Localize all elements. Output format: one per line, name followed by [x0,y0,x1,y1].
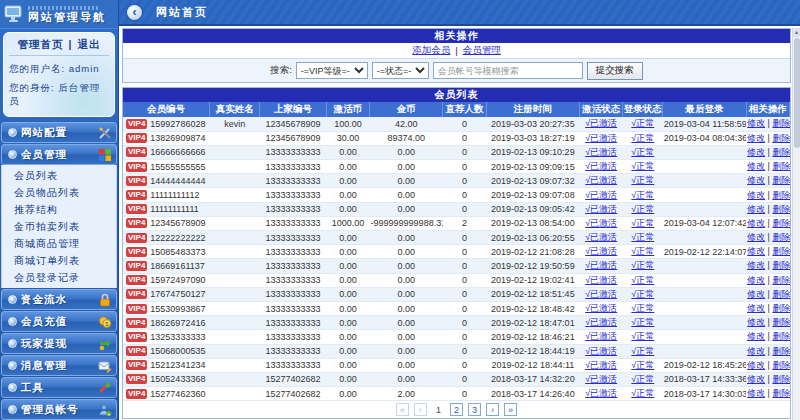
submit-search-button[interactable]: 提交搜索 [587,62,643,80]
edit-link[interactable]: 修改 [747,246,765,256]
delete-link[interactable]: 删除 [772,317,789,327]
activation-status-link[interactable]: √已激活 [585,133,617,143]
login-status-link[interactable]: √正常 [631,388,654,398]
edit-link[interactable]: 修改 [747,161,765,171]
edit-link[interactable]: 修改 [747,275,765,285]
delete-link[interactable]: 删除 [772,260,789,270]
page-button-1[interactable]: 1 [432,403,445,416]
login-status-link[interactable]: √正常 [631,275,654,285]
login-status-link[interactable]: √正常 [631,133,654,143]
edit-link[interactable]: 修改 [747,232,765,242]
delete-link[interactable]: 删除 [772,246,789,256]
submenu-item[interactable]: 会员登录记录 [2,269,116,286]
edit-link[interactable]: 修改 [747,204,765,214]
delete-link[interactable]: 删除 [772,232,789,242]
page-button-»[interactable]: » [504,403,517,416]
page-button-‹[interactable]: ‹ [414,403,427,416]
edit-link[interactable]: 修改 [747,360,765,370]
login-status-link[interactable]: √正常 [631,147,654,157]
login-status-link[interactable]: √正常 [631,331,654,341]
login-status-link[interactable]: √正常 [631,218,654,228]
admin-home-link[interactable]: 管理首页 [18,38,64,50]
submenu-item[interactable]: 商城商品管理 [2,235,116,252]
sidebar-item-members[interactable]: 会员管理 [1,144,117,165]
sidebar-item-funds[interactable]: 资金流水 [1,289,117,310]
activation-status-link[interactable]: √已激活 [585,331,617,341]
delete-link[interactable]: 删除 [772,161,789,171]
sidebar-item-recharge[interactable]: 会员充值$ [1,311,117,332]
login-status-link[interactable]: √正常 [631,374,654,384]
activation-status-link[interactable]: √已激活 [585,360,617,370]
activation-status-link[interactable]: √已激活 [585,260,617,270]
delete-link[interactable]: 删除 [772,190,789,200]
login-status-link[interactable]: √正常 [631,260,654,270]
delete-link[interactable]: 删除 [772,118,789,128]
login-status-link[interactable]: √正常 [631,118,654,128]
delete-link[interactable]: 删除 [772,374,789,384]
search-input[interactable] [433,62,583,79]
submenu-item[interactable]: 商城订单列表 [2,252,116,269]
activation-status-link[interactable]: √已激活 [585,218,617,228]
login-status-link[interactable]: √正常 [631,204,654,214]
edit-link[interactable]: 修改 [747,133,765,143]
activation-status-link[interactable]: √已激活 [585,346,617,356]
delete-link[interactable]: 删除 [772,147,789,157]
edit-link[interactable]: 修改 [747,317,765,327]
activation-status-link[interactable]: √已激活 [585,388,617,398]
scrollbar-thumb[interactable] [794,38,800,148]
delete-link[interactable]: 删除 [772,133,789,143]
scroll-up-arrow[interactable]: ▲ [793,28,800,37]
delete-link[interactable]: 删除 [772,388,789,398]
delete-link[interactable]: 删除 [772,289,789,299]
activation-status-link[interactable]: √已激活 [585,275,617,285]
delete-link[interactable]: 删除 [772,218,789,228]
login-status-link[interactable]: √正常 [631,360,654,370]
edit-link[interactable]: 修改 [747,346,765,356]
edit-link[interactable]: 修改 [747,289,765,299]
sidebar-item-tool[interactable]: 工具 [1,377,117,398]
page-button-›[interactable]: › [486,403,499,416]
delete-link[interactable]: 删除 [772,175,789,185]
edit-link[interactable]: 修改 [747,374,765,384]
edit-link[interactable]: 修改 [747,388,765,398]
activation-status-link[interactable]: √已激活 [585,303,617,313]
login-status-link[interactable]: √正常 [631,346,654,356]
login-status-link[interactable]: √正常 [631,303,654,313]
login-status-link[interactable]: √正常 [631,289,654,299]
activation-status-link[interactable]: √已激活 [585,204,617,214]
delete-link[interactable]: 删除 [772,204,789,214]
activation-status-link[interactable]: √已激活 [585,175,617,185]
login-status-link[interactable]: √正常 [631,317,654,327]
edit-link[interactable]: 修改 [747,260,765,270]
edit-link[interactable]: 修改 [747,147,765,157]
login-status-link[interactable]: √正常 [631,175,654,185]
activation-status-link[interactable]: √已激活 [585,161,617,171]
vip-level-select[interactable]: -=VIP等级=- [296,62,368,79]
edit-link[interactable]: 修改 [747,190,765,200]
login-status-link[interactable]: √正常 [631,232,654,242]
activation-status-link[interactable]: √已激活 [585,246,617,256]
activation-status-link[interactable]: √已激活 [585,118,617,128]
delete-link[interactable]: 删除 [772,360,789,370]
activation-status-link[interactable]: √已激活 [585,317,617,327]
sidebar-item-tools[interactable]: 网站配置 [1,122,117,143]
delete-link[interactable]: 删除 [772,275,789,285]
submenu-item[interactable]: 金币拍卖列表 [2,218,116,235]
page-button-2[interactable]: 2 [450,403,463,416]
edit-link[interactable]: 修改 [747,218,765,228]
edit-link[interactable]: 修改 [747,331,765,341]
activation-status-link[interactable]: √已激活 [585,289,617,299]
login-status-link[interactable]: √正常 [631,190,654,200]
login-status-link[interactable]: √正常 [631,161,654,171]
page-button-3[interactable]: 3 [468,403,481,416]
delete-link[interactable]: 删除 [772,303,789,313]
sidebar-item-withdraw[interactable]: 玩家提现 [1,333,117,354]
activation-status-link[interactable]: √已激活 [585,232,617,242]
edit-link[interactable]: 修改 [747,303,765,313]
edit-link[interactable]: 修改 [747,175,765,185]
activation-status-link[interactable]: √已激活 [585,147,617,157]
member-manage-link[interactable]: 会员管理 [463,44,501,57]
edit-link[interactable]: 修改 [747,118,765,128]
sidebar-item-message[interactable]: 消息管理 [1,355,117,376]
vertical-scrollbar[interactable]: ▲ [792,28,800,420]
